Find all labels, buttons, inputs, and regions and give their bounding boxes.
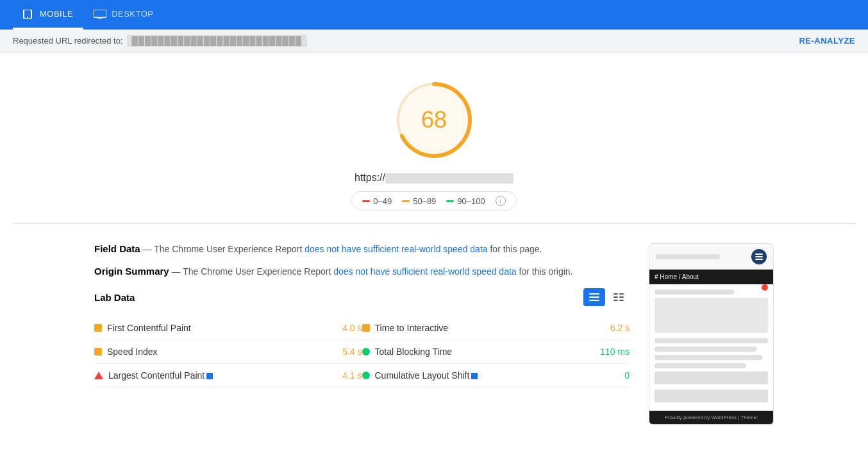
tab-desktop[interactable]: DESKTOP <box>83 0 163 30</box>
toggle-list-button[interactable] <box>583 288 605 306</box>
redirect-url: ██████████████████████████ <box>127 35 307 47</box>
hamburger-icon <box>755 253 763 260</box>
svg-rect-7 <box>589 293 599 295</box>
fcp-value: 4.0 s <box>342 323 362 333</box>
legend-info-icon[interactable]: i <box>496 196 506 206</box>
preview-footer: Proudly powered by WordPress | Theme: <box>649 411 773 424</box>
preview-footer-text: Proudly powered by WordPress | Theme: <box>665 415 758 420</box>
preview-line-6 <box>655 372 768 384</box>
preview-header-text <box>656 254 720 259</box>
tab-mobile-label: MOBILE <box>40 9 73 19</box>
cls-info-badge <box>471 373 478 379</box>
svg-rect-12 <box>613 296 618 298</box>
cls-name: Cumulative Layout Shift <box>375 370 620 381</box>
tbt-name: Total Blocking Time <box>375 347 596 357</box>
cls-icon <box>362 372 370 379</box>
lcp-value: 4.1 s <box>342 370 362 381</box>
svg-rect-8 <box>589 296 599 298</box>
legend-red-dot <box>362 200 370 202</box>
legend-orange-label: 50–89 <box>413 196 436 206</box>
preview-line-4 <box>655 355 762 360</box>
score-section: 68 https:// 0–49 50–89 90–100 i <box>351 65 516 217</box>
tbt-icon <box>362 348 370 356</box>
field-data-text-before: The Chrome User Experience Report <box>154 244 302 254</box>
url-blurred <box>385 173 513 184</box>
grid-view-icon <box>613 292 624 302</box>
preview-line-5 <box>655 363 746 368</box>
metrics-section: Field Data — The Chrome User Experience … <box>94 243 630 425</box>
lab-data-header: Lab Data <box>94 288 630 306</box>
svg-rect-10 <box>613 293 618 295</box>
tbt-value: 110 ms <box>600 347 630 357</box>
svg-rect-2 <box>94 10 106 17</box>
top-navigation: MOBILE DESKTOP <box>0 0 868 30</box>
fcp-name: First Contentful Paint <box>107 323 337 333</box>
metric-fcp: First Contentful Paint 4.0 s <box>94 316 362 340</box>
tti-value: 6.2 s <box>610 323 630 333</box>
metrics-left-column: First Contentful Paint 4.0 s Speed Index… <box>94 316 362 388</box>
mobile-icon <box>23 10 35 19</box>
cls-value: 0 <box>624 370 630 381</box>
lcp-icon <box>94 372 103 379</box>
metric-tti: Time to Interactive 6.2 s <box>362 316 630 340</box>
lab-data-title: Lab Data <box>94 292 135 303</box>
svg-rect-17 <box>755 256 763 257</box>
main-divider <box>13 223 855 224</box>
tab-mobile[interactable]: MOBILE <box>13 0 83 30</box>
metric-speed-index: Speed Index 5.4 s <box>94 340 362 364</box>
preview-body <box>649 284 773 411</box>
redirect-label: Requested URL redirected to: <box>13 36 123 46</box>
tab-desktop-label: DESKTOP <box>112 9 153 19</box>
lcp-info-badge <box>206 373 213 379</box>
svg-rect-9 <box>589 300 599 301</box>
score-circle: 68 <box>392 78 476 162</box>
preview-header <box>649 244 773 270</box>
origin-summary-link[interactable]: does not have sufficient real-world spee… <box>333 266 516 277</box>
field-data-link[interactable]: does not have sufficient real-world spee… <box>305 244 487 254</box>
lower-section: Field Data — The Chrome User Experience … <box>81 230 787 425</box>
re-analyze-button[interactable]: RE-ANALYZE <box>799 36 855 46</box>
preview-line-3 <box>655 347 756 352</box>
legend-green-dot <box>446 200 454 202</box>
preview-line-7 <box>655 390 768 402</box>
origin-summary-text-before: The Chrome User Experience Report <box>183 266 331 277</box>
svg-rect-14 <box>613 300 618 301</box>
list-view-icon <box>589 292 599 302</box>
preview-image <box>655 298 768 333</box>
field-data-text-after2: for this page. <box>490 244 542 254</box>
preview-menu-icon <box>751 249 767 264</box>
legend-red: 0–49 <box>362 196 392 206</box>
lab-data-section: Lab Data <box>94 288 630 388</box>
lcp-name: Largest Contentful Paint <box>108 370 337 381</box>
metrics-right-column: Time to Interactive 6.2 s Total Blocking… <box>362 316 630 388</box>
metric-tbt: Total Blocking Time 110 ms <box>362 340 630 364</box>
preview-nav-wrapper: # Home / About <box>649 270 773 284</box>
score-legend: 0–49 50–89 90–100 i <box>351 191 516 210</box>
legend-green: 90–100 <box>446 196 485 206</box>
speed-index-icon <box>94 348 102 356</box>
preview-nav-dot <box>762 284 768 291</box>
preview-line-1 <box>655 289 734 295</box>
speed-index-value: 5.4 s <box>342 347 362 357</box>
svg-rect-13 <box>619 296 624 298</box>
page-preview: # Home / About Proudly powered by WordPr… <box>649 243 774 425</box>
preview-nav: # Home / About <box>649 270 773 284</box>
toggle-grid-button[interactable] <box>608 288 630 306</box>
legend-green-label: 90–100 <box>457 196 485 206</box>
metric-cls: Cumulative Layout Shift 0 <box>362 364 630 388</box>
svg-rect-18 <box>755 259 763 260</box>
svg-rect-15 <box>619 300 624 301</box>
preview-container: # Home / About Proudly powered by WordPr… <box>649 243 774 425</box>
legend-orange-dot <box>402 200 410 202</box>
preview-line-2 <box>655 338 768 343</box>
view-toggle <box>583 288 630 306</box>
score-value: 68 <box>421 107 447 133</box>
tti-icon <box>362 324 370 332</box>
metric-lcp: Largest Contentful Paint 4.1 s <box>94 364 362 388</box>
origin-summary-block: Origin Summary — The Chrome User Experie… <box>94 266 630 277</box>
main-content: 68 https:// 0–49 50–89 90–100 i <box>0 53 868 438</box>
score-url: https:// <box>355 172 513 184</box>
redirect-bar: Requested URL redirected to: ███████████… <box>0 30 868 53</box>
redirect-info: Requested URL redirected to: ███████████… <box>13 35 307 47</box>
origin-summary-text-after: for this origin. <box>519 266 573 277</box>
